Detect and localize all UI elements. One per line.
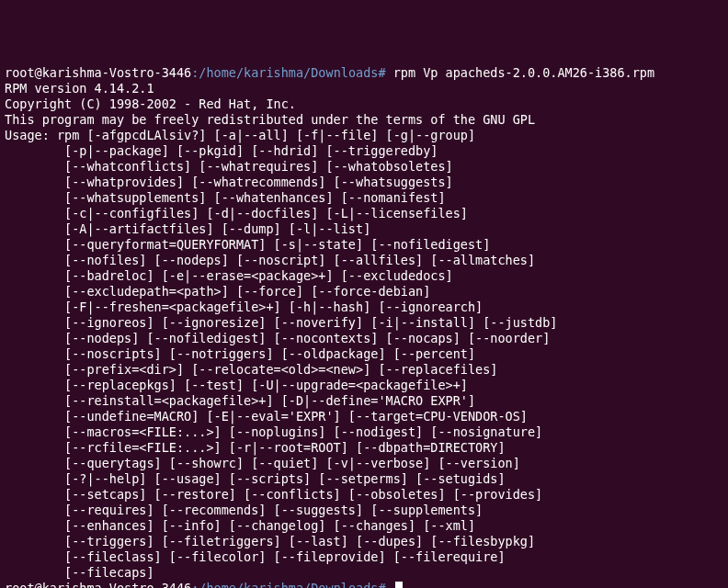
output-line: [--replacepkgs] [--test] [-U|--upgrade=<… <box>5 378 723 393</box>
output-line: [-?|--help] [--usage] [--scripts] [--set… <box>5 471 723 487</box>
output-line: [--enhances] [--info] [--changelog] [--c… <box>5 518 723 534</box>
prompt-user-host: root@karishma-Vostro-3446 <box>5 65 191 80</box>
output-line: [--whatconflicts] [--whatrequires] [--wh… <box>5 159 723 175</box>
output-line: [--prefix=<dir>] [--relocate=<old>=<new>… <box>5 362 723 378</box>
output-line: [--ignoreos] [--ignoresize] [--noverify]… <box>5 315 723 331</box>
output-line: [--rcfile=<FILE:...>] [-r|--root=ROOT] [… <box>5 440 723 456</box>
output-line: [--queryformat=QUERYFORMAT] [-s|--state]… <box>5 237 723 253</box>
output-line: [--triggers] [--filetriggers] [--last] [… <box>5 534 723 549</box>
output-line: [--whatsupplements] [--whatenhances] [--… <box>5 190 723 206</box>
output-line: Usage: rpm [-afgpcdLAlsiv?] [-a|--all] [… <box>5 128 723 143</box>
output-line: [--excludepath=<path>] [--force] [--forc… <box>5 284 723 300</box>
output-line: [-c|--configfiles] [-d|--docfiles] [-L|-… <box>5 206 723 221</box>
output-line: [--undefine=MACRO] [-E|--eval='EXPR'] [-… <box>5 409 723 424</box>
output-line: [--querytags] [--showrc] [--quiet] [-v|-… <box>5 456 723 471</box>
output-line: [--reinstall=<packagefile>+] [-D|--defin… <box>5 393 723 409</box>
prompt-path: :/home/karishma/Downloads# <box>191 65 385 80</box>
prompt-path: :/home/karishma/Downloads# <box>191 581 385 588</box>
prompt-user-host: root@karishma-Vostro-3446 <box>5 581 191 588</box>
cursor <box>395 582 403 588</box>
terminal-window[interactable]: root@karishma-Vostro-3446:/home/karishma… <box>5 65 723 588</box>
output-line: [--nodeps] [--nofiledigest] [--nocontext… <box>5 331 723 346</box>
output-line: RPM version 4.14.2.1 <box>5 81 723 96</box>
output-line: [--badreloc] [-e|--erase=<package>+] [--… <box>5 268 723 284</box>
output-line: [-p|--package] [--pkgid] [--hdrid] [--tr… <box>5 143 723 159</box>
output-line: [--setcaps] [--restore] [--conflicts] [-… <box>5 487 723 503</box>
output-line: This program may be freely redistributed… <box>5 112 723 128</box>
output-line: [--filecaps] <box>5 565 723 581</box>
command-line-2[interactable]: root@karishma-Vostro-3446:/home/karishma… <box>5 581 723 588</box>
output-line: [--macros=<FILE:...>] [--noplugins] [--n… <box>5 424 723 440</box>
command-line-1: root@karishma-Vostro-3446:/home/karishma… <box>5 65 723 81</box>
output-line: [--requires] [--recommends] [--suggests]… <box>5 503 723 518</box>
command-text: rpm Vp apacheds-2.0.0.AM26-i386.rpm <box>386 65 655 80</box>
output-line: [--nofiles] [--nodeps] [--noscript] [--a… <box>5 253 723 268</box>
terminal-output: RPM version 4.14.2.1Copyright (C) 1998-2… <box>5 81 723 581</box>
output-line: [-F|--freshen=<packagefile>+] [-h|--hash… <box>5 300 723 315</box>
output-line: [--fileclass] [--filecolor] [--fileprovi… <box>5 549 723 565</box>
output-line: [-A|--artifactfiles] [--dump] [-l|--list… <box>5 221 723 237</box>
output-line: [--noscripts] [--notriggers] [--oldpacka… <box>5 346 723 362</box>
output-line: [--whatprovides] [--whatrecommends] [--w… <box>5 175 723 190</box>
output-line: Copyright (C) 1998-2002 - Red Hat, Inc. <box>5 96 723 112</box>
